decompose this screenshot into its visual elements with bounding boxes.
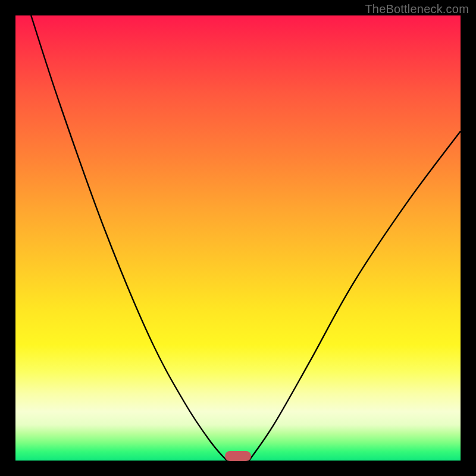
chart-frame: TheBottleneck.com: [0, 0, 476, 476]
watermark-text: TheBottleneck.com: [365, 2, 469, 16]
right-curve: [249, 131, 461, 461]
optimal-marker: [225, 451, 252, 461]
curve-layer: [15, 15, 461, 461]
plot-area: [15, 15, 461, 461]
left-curve: [31, 15, 227, 461]
